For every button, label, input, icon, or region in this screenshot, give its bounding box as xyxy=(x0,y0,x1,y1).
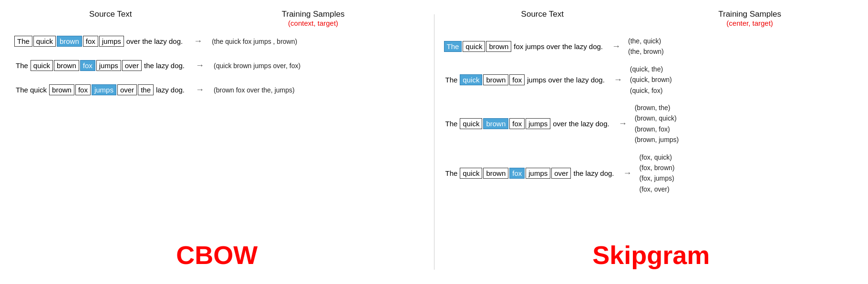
sg-training-2: (quick, the)(quick, brown)(quick, fox) xyxy=(630,64,672,96)
sg-rows-area: The quick brown fox jumps over the lazy … xyxy=(439,36,864,194)
cbow-row-2-prefix: The xyxy=(14,61,30,71)
cbow-row-2: The quick brown fox jumps over the lazy … xyxy=(14,60,429,71)
sg-row-3-suffix: over the lazy dog. xyxy=(551,119,610,129)
word-fox-3: fox xyxy=(75,84,91,95)
sg-word-quick-4: quick xyxy=(460,168,482,179)
cbow-row-3: The quick brown fox jumps over the lazy … xyxy=(14,84,429,95)
sg-row-1-suffix: fox jumps over the lazy dog. xyxy=(512,41,604,51)
word-the-3: the xyxy=(138,84,154,95)
word-jumps-3-highlight: jumps xyxy=(92,84,116,95)
arrow-2: → xyxy=(196,61,204,71)
word-over-2: over xyxy=(122,60,142,71)
sg-big-label: Skipgram xyxy=(592,240,710,279)
sg-row-4-suffix: the lazy dog. xyxy=(572,168,615,178)
sg-word-the-1-highlight: The xyxy=(444,41,462,52)
word-brown-1-highlight: brown xyxy=(57,36,82,47)
skipgram-section: Source Text Training Samples (center, ta… xyxy=(434,0,868,284)
sg-arrow-1: → xyxy=(612,41,620,51)
word-fox-2-highlight: fox xyxy=(80,60,95,71)
cbow-row-1-suffix: over the lazy dog. xyxy=(125,36,184,46)
sg-word-brown-3-highlight: brown xyxy=(483,118,508,129)
cbow-row-3-prefix: The quick xyxy=(14,85,48,95)
sg-training-1: (the, quick)(the, brown) xyxy=(628,36,664,57)
word-over-3: over xyxy=(117,84,137,95)
cbow-row-2-seq: The quick brown fox jumps over the lazy … xyxy=(14,60,186,71)
word-jumps-2: jumps xyxy=(96,60,121,71)
sg-word-fox-4-highlight: fox xyxy=(509,168,525,179)
sg-training-samples-title: Training Samples xyxy=(718,10,781,19)
sg-row-4-seq: The quick brown fox jumps over the lazy … xyxy=(444,168,616,179)
sg-word-jumps-4: jumps xyxy=(526,168,550,179)
sg-row-4: The quick brown fox jumps over the lazy … xyxy=(444,152,864,195)
cbow-rows-area: The quick brown fox jumps over the lazy … xyxy=(5,36,429,95)
sg-word-quick-3: quick xyxy=(460,118,482,129)
sg-word-fox-2: fox xyxy=(509,74,525,85)
sg-row-1: The quick brown fox jumps over the lazy … xyxy=(444,36,864,57)
cbow-row-1-seq: The quick brown fox jumps over the lazy … xyxy=(14,36,184,47)
sg-row-2-suffix: jumps over the lazy dog. xyxy=(526,75,606,85)
cbow-row-3-suffix: lazy dog. xyxy=(155,85,186,95)
cbow-source-text-title: Source Text xyxy=(89,10,132,19)
cbow-training-3: (brown fox over the, jumps) xyxy=(214,86,295,94)
sg-source-text-title: Source Text xyxy=(521,10,564,19)
sg-word-brown-2: brown xyxy=(483,74,508,85)
sg-row-2-seq: The quick brown fox jumps over the lazy … xyxy=(444,74,606,85)
sg-row-2: The quick brown fox jumps over the lazy … xyxy=(444,64,864,96)
cbow-row-3-seq: The quick brown fox jumps over the lazy … xyxy=(14,84,186,95)
cbow-training-2: (quick brown jumps over, fox) xyxy=(214,62,300,70)
sg-row-3-seq: The quick brown fox jumps over the lazy … xyxy=(444,118,611,129)
cbow-source-text-title-block: Source Text xyxy=(89,10,132,19)
sg-word-quick-1: quick xyxy=(463,41,485,52)
word-the-1: The xyxy=(14,36,32,47)
sg-training-4: (fox, quick)(fox, brown)(fox, jumps)(fox… xyxy=(640,152,675,195)
main-container: Source Text Training Samples (context, t… xyxy=(0,0,868,284)
word-jumps-1: jumps xyxy=(99,36,124,47)
sg-word-jumps-3: jumps xyxy=(526,118,550,129)
sg-word-brown-1: brown xyxy=(486,41,511,52)
sg-training-3: (brown, the)(brown, quick)(brown, fox)(b… xyxy=(635,102,679,145)
word-brown-2: brown xyxy=(54,60,79,71)
cbow-section: Source Text Training Samples (context, t… xyxy=(0,0,434,284)
sg-arrow-4: → xyxy=(623,168,632,178)
sg-row-2-prefix: The xyxy=(444,75,459,85)
sg-source-text-title-block: Source Text xyxy=(521,10,564,19)
sg-training-samples-title-block: Training Samples (center, target) xyxy=(718,10,781,27)
sg-row-3: The quick brown fox jumps over the lazy … xyxy=(444,102,864,145)
sg-row-1-seq: The quick brown fox jumps over the lazy … xyxy=(444,41,605,52)
word-fox-1: fox xyxy=(83,36,98,47)
cbow-training-1: (the quick fox jumps , brown) xyxy=(212,38,297,45)
sg-arrow-2: → xyxy=(614,75,622,85)
cbow-training-samples-subtitle: (context, target) xyxy=(288,19,338,27)
word-quick-2: quick xyxy=(31,60,53,71)
word-brown-3: brown xyxy=(49,84,74,95)
sg-word-quick-2-highlight: quick xyxy=(460,74,482,85)
sg-row-4-prefix: The xyxy=(444,168,459,178)
arrow-3: → xyxy=(196,85,204,95)
sg-word-fox-3: fox xyxy=(509,118,525,129)
cbow-row-2-suffix: the lazy dog. xyxy=(143,61,186,71)
arrow-1: → xyxy=(194,36,202,46)
sg-word-over-4: over xyxy=(551,168,571,179)
sg-arrow-3: → xyxy=(619,119,627,129)
cbow-row-1: The quick brown fox jumps over the lazy … xyxy=(14,36,429,47)
sg-word-brown-4: brown xyxy=(483,168,508,179)
sg-training-samples-subtitle: (center, target) xyxy=(726,19,773,27)
word-quick-1: quick xyxy=(33,36,56,47)
cbow-training-samples-title: Training Samples xyxy=(282,10,345,19)
sg-row-3-prefix: The xyxy=(444,119,459,129)
cbow-training-samples-title-block: Training Samples (context, target) xyxy=(282,10,345,27)
cbow-big-label: CBOW xyxy=(176,240,258,279)
